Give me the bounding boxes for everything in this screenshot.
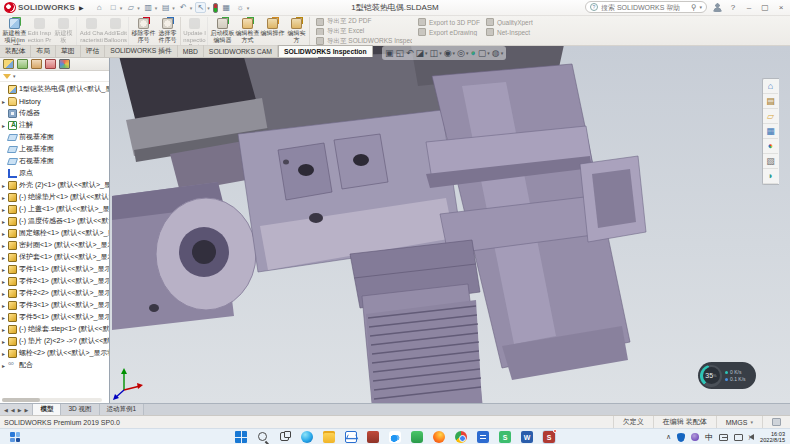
hud-tool-icon[interactable] [444,48,455,58]
clock[interactable]: 16:03 2022/8/15 [760,431,785,444]
task-pane-tab-icon[interactable] [763,124,778,139]
document-tab[interactable]: 模型 [33,404,61,415]
security-shield-icon[interactable] [677,433,685,442]
widgets-button[interactable] [10,432,20,442]
volume-icon[interactable] [749,434,754,440]
help-button[interactable]: ? [728,3,738,12]
taskbar-app-button[interactable] [455,431,467,443]
ribbon-tab[interactable]: 草图 [56,45,81,57]
document-tab[interactable]: 运动算例1 [100,404,145,415]
tree-item[interactable]: ▸ 零件2<2> (默认<<默认>_显示状态 [0,287,109,299]
ribbon-button[interactable]: 新建检查项目(imp;对) [2,17,27,45]
tab-scroll-next-icon[interactable]: ▶ [18,407,22,413]
panel-tab-icon[interactable] [3,59,14,69]
document-tab[interactable]: 3D 视图 [61,404,99,415]
performance-badge[interactable]: 35% 0 K/s 0.1 K/s [698,362,756,389]
ribbon-tab[interactable]: SOLIDWORKS CAM [204,45,278,57]
ribbon-button[interactable]: 编辑检查方式 [235,17,260,45]
taskbar-app-button[interactable] [301,431,313,443]
qat-button[interactable]: ☼ [235,2,250,13]
hud-tool-icon[interactable] [457,48,468,58]
tree-item[interactable]: ▸ 零件2<1> (默认<<默认>_显示状态 [0,275,109,287]
ribbon-button[interactable]: 编辑实方 [285,17,310,45]
ribbon-tab[interactable]: 布局 [31,45,56,57]
hud-tool-icon[interactable] [492,48,503,58]
tree-item[interactable]: ▸ (-) 垫片 (2)<2> ->? (默认<<默认> [0,335,109,347]
tree-item[interactable]: ▸ 传感器 [0,107,109,119]
taskbar-app-button[interactable] [235,431,247,443]
hud-tool-icon[interactable] [478,48,490,58]
task-pane-tab-icon[interactable] [763,94,778,109]
taskbar-app-button[interactable] [345,431,357,443]
hud-tool-icon[interactable] [430,48,442,58]
task-pane-tab-icon[interactable] [763,169,778,184]
tab-scroll-prev-icon[interactable]: ◀ [11,407,15,413]
taskbar-app-button[interactable] [279,431,291,443]
ime-language-indicator[interactable]: 中 [705,432,713,443]
qat-button[interactable]: ▥ [143,2,158,13]
panel-tab-icon[interactable] [17,59,28,69]
panel-horizontal-scrollbar[interactable] [2,398,102,402]
tree-item[interactable]: ▸ 上视基准面 [0,143,109,155]
tree-item[interactable]: ▸ (-) 绝缘套.step<1> (默认<<默认> [0,323,109,335]
qat-button[interactable] [213,3,218,13]
taskbar-app-button[interactable] [257,431,269,443]
task-pane-tab-icon[interactable] [763,139,778,154]
model-left-section[interactable] [112,182,256,330]
panel-tab-icon[interactable] [45,59,56,69]
ribbon-button[interactable]: 编辑操作 [260,17,285,45]
task-pane-tab-icon[interactable] [763,154,778,169]
export-menu-item[interactable]: Net-Inspect [486,28,533,36]
taskbar-app-button[interactable]: W [521,431,533,443]
logo-flyout-arrow-icon[interactable]: ▶ [79,4,84,11]
ribbon-tab[interactable]: SOLIDWORKS 插件 [105,45,178,57]
task-pane-tab-icon[interactable] [763,79,778,94]
tree-item[interactable]: ▸ 外壳 (2)<1> (默认<<默认>_显示状态 [0,179,109,191]
ribbon-button[interactable]: Add/Edit Balloons [104,17,129,45]
tree-item[interactable]: ▸ 零件3<1> (默认<<默认>_显示状态 [0,299,109,311]
ribbon-tab[interactable]: 装配体 [0,45,31,57]
taskbar-app-button[interactable] [367,431,379,443]
hud-tool-icon[interactable] [396,48,405,58]
qat-button[interactable]: □ [108,2,123,13]
filter-dropdown-icon[interactable]: ▾ [13,73,16,79]
hud-tool-icon[interactable] [406,48,414,58]
ribbon-button[interactable]: 启动模板编辑器 [210,17,235,45]
display-icon[interactable] [734,434,743,441]
qat-button[interactable]: ↖ [195,2,210,13]
tree-item[interactable]: ▸ History [0,95,109,107]
taskbar-app-button[interactable] [411,431,423,443]
tree-item[interactable]: ▸ 保护套<1> (默认<<默认>_显示状态 [0,251,109,263]
minimize-button[interactable]: – [744,3,754,12]
ribbon-tab[interactable]: SOLIDWORKS Inspection [278,45,373,57]
taskbar-app-button[interactable] [323,431,335,443]
tree-item[interactable]: ▸ (-) 温度传感器<1> (默认<<默认>_显示状态 [0,215,109,227]
taskbar-app-button[interactable] [433,431,445,443]
ribbon-button[interactable]: Add Characteristic [79,17,104,45]
taskbar-app-button[interactable] [389,431,401,443]
search-dropdown-icon[interactable]: ▾ [699,4,702,10]
model-threaded-stem[interactable] [350,240,482,403]
tree-item[interactable]: ▸ (-) 上盖<1> (默认<<默认>_显示状态 [0,203,109,215]
ime-keyboard-icon[interactable] [719,434,728,441]
ribbon-button[interactable]: Edit Inspection Project [27,17,52,45]
search-input[interactable] [601,4,688,11]
ribbon-tab[interactable]: MBD [178,45,204,57]
hud-tool-icon[interactable] [385,48,394,58]
ribbon-button[interactable]: 新建模板 [52,17,77,45]
hud-tool-icon[interactable] [416,48,428,58]
help-search-box[interactable]: ? ⚲ ▾ [585,1,707,13]
export-menu-item[interactable]: Export to 3D PDF [418,18,480,26]
task-pane-tab-icon[interactable] [763,109,778,124]
tree-item[interactable]: ▸ (-) 绝缘垫片<1> (默认<<默认>_显示状态 [0,191,109,203]
tree-item[interactable]: ▸ 密封圈<1> (默认<<默认>_显示状态 [0,239,109,251]
tree-item[interactable]: ▸ 螺栓<2> (默认<<默认>_显示状态 [0,347,109,359]
tab-scroll-last-icon[interactable]: ▶ [25,407,29,413]
export-menu-item[interactable]: QualityXpert [486,18,533,26]
tree-item[interactable]: ▸ 零件5<1> (默认<<默认>_显示状态 [0,311,109,323]
status-tag-button[interactable] [762,416,790,428]
taskbar-app-button[interactable] [477,431,489,443]
tree-item[interactable]: ▸ 注解 [0,119,109,131]
export-menu-item[interactable]: 导出至 SOLIDWORKS Inspection 项目 [316,37,412,45]
taskbar-app-button[interactable]: S [499,431,511,443]
